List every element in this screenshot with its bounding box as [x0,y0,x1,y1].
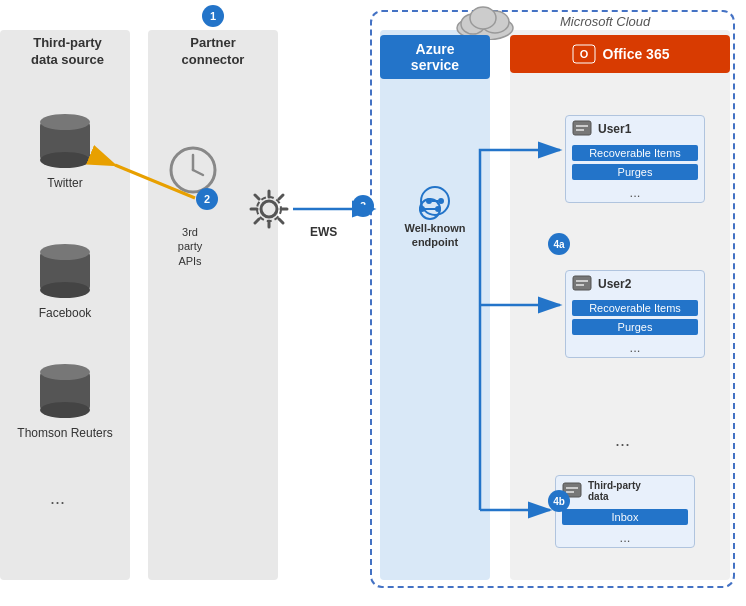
azure-header: Azure service [380,35,490,79]
user2-name: User2 [598,277,631,291]
facebook-cylinder-icon [38,240,92,298]
svg-line-24 [255,195,259,199]
partner-column [148,30,278,580]
apis-label: 3rd party APIs [155,225,225,268]
thirdparty-header: Third-party data source [5,35,130,69]
o365-logo-icon: O [571,41,597,67]
svg-text:O: O [579,48,588,60]
svg-point-14 [40,402,90,418]
step4a-badge: 4a [548,233,570,255]
user2-header: User2 [566,271,704,297]
svg-point-11 [40,282,90,298]
partner-header: Partner connector [148,35,278,69]
facebook-label: Facebook [15,306,115,320]
user2-purges: Purges [572,319,698,335]
diagram-container: Microsoft Cloud Third-party data source … [0,0,746,606]
thomson-cylinder-icon [38,360,92,418]
user1-purges: Purges [572,164,698,180]
mailbox-icon [572,120,592,138]
step4b-badge: 4b [548,490,570,512]
user1-header: User1 [566,116,704,142]
step2-badge: 2 [196,188,218,210]
svg-rect-33 [576,125,588,127]
svg-point-3 [470,7,496,29]
step1-badge: 1 [202,5,224,27]
thirdparty-mailbox: Third-party data Inbox ... [555,475,695,548]
datasource-dots: ... [50,488,65,509]
user2-recoverable: Recoverable Items [572,300,698,316]
svg-rect-32 [573,121,591,135]
facebook-item: Facebook [15,240,115,320]
user1-recoverable: Recoverable Items [572,145,698,161]
svg-rect-35 [573,276,591,290]
svg-line-27 [255,219,259,223]
o365-label: Office 365 [603,46,670,62]
svg-rect-34 [576,129,584,131]
user2-mailbox: User2 Recoverable Items Purges ... [565,270,705,358]
endpoint-box: Well-known endpoint [390,185,480,250]
svg-line-26 [279,195,283,199]
svg-point-8 [40,152,90,168]
user2-dots: ... [566,338,704,357]
svg-point-7 [40,114,90,130]
user1-mailbox: User1 Recoverable Items Purges ... [565,115,705,203]
thirdparty-dots: ... [556,528,694,547]
svg-point-10 [40,244,90,260]
ms-cloud-label: Microsoft Cloud [560,14,650,29]
azure-column [380,30,490,580]
svg-point-18 [261,201,277,217]
thirdparty-inbox: Inbox [562,509,688,525]
thirdparty-mailbox-name: Third-party data [588,480,641,502]
thomson-label: Thomson Reuters [15,426,115,440]
svg-point-29 [426,198,432,204]
thirdparty-mailbox-header: Third-party data [556,476,694,506]
twitter-cylinder-icon [38,110,92,168]
svg-rect-37 [576,284,584,286]
middle-dots: ... [615,430,630,451]
twitter-item: Twitter [15,110,115,190]
mailbox2-icon [572,275,592,293]
svg-line-17 [193,170,203,175]
thomson-item: Thomson Reuters [15,360,115,440]
o365-header: O Office 365 [510,35,730,73]
user1-name: User1 [598,122,631,136]
svg-point-30 [438,198,444,204]
twitter-label: Twitter [15,176,115,190]
svg-point-13 [40,364,90,380]
step3-badge: 3 [352,195,374,217]
user1-dots: ... [566,183,704,202]
svg-line-25 [279,219,283,223]
svg-rect-39 [566,487,578,489]
svg-rect-36 [576,280,588,282]
ews-label: EWS [310,225,337,239]
gear-icon [248,188,290,234]
